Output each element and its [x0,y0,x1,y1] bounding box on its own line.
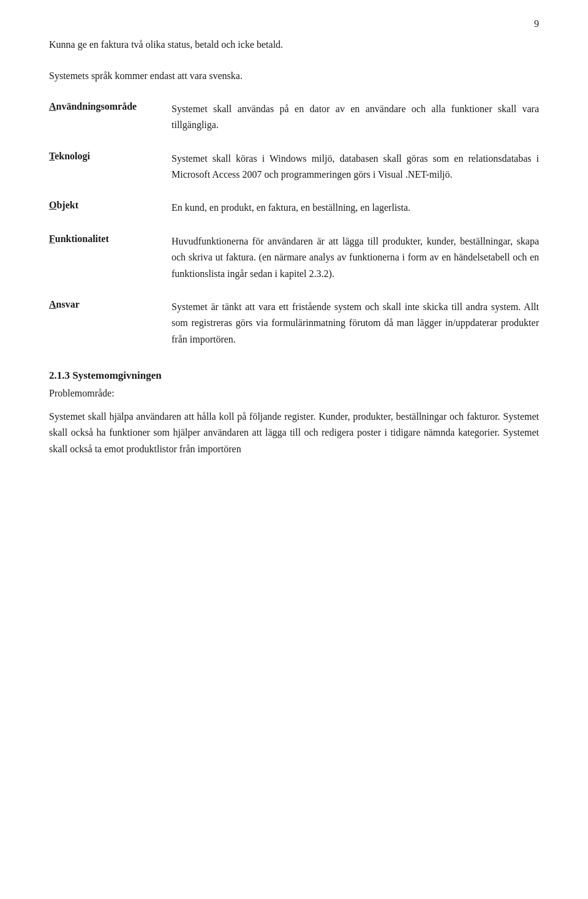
bottom-paragraph-1: Systemet skall hjälpa användaren att hål… [49,409,539,457]
section-label-funktionalitet: Funktionalitet [49,233,172,282]
section-label-objekt: Objekt [49,200,172,216]
page: 9 Kunna ge en faktura två olika status, … [0,0,588,899]
label-rest: nvändningsområde [56,101,137,112]
label-first-letter: A [49,101,56,112]
section-anvandningsomrade: Användningsområde Systemet skall använda… [49,101,539,134]
problem-label: Problemområde: [49,388,539,399]
label-first-letter: F [49,233,55,244]
page-number: 9 [534,18,539,29]
label-rest: eknologi [55,151,90,161]
label-first-letter: A [49,299,56,309]
section-label-ansvar: Ansvar [49,299,172,347]
section-label-teknologi: Teknologi [49,151,172,183]
section-funktionalitet: Funktionalitet Huvudfunktionerna för anv… [49,233,539,282]
section-text-funktionalitet: Huvudfunktionerna för användaren är att … [172,233,539,282]
section-text-objekt: En kund, en produkt, en faktura, en best… [172,200,539,216]
section-text-teknologi: Systemet skall köras i Windows miljö, da… [172,151,539,183]
section-objekt: Objekt En kund, en produkt, en faktura, … [49,200,539,216]
section-ansvar: Ansvar Systemet är tänkt att vara ett fr… [49,299,539,347]
label-rest: bjekt [56,200,78,210]
intro-line-2: Systemets språk kommer endast att vara s… [49,68,539,84]
section-text-ansvar: Systemet är tänkt att vara ett friståend… [172,299,539,347]
section-text-anvandningsomrade: Systemet skall användas på en dator av e… [172,101,539,134]
intro-block: Kunna ge en faktura två olika status, be… [49,37,539,84]
label-first-letter: O [49,200,56,210]
intro-line-1: Kunna ge en faktura två olika status, be… [49,37,539,53]
label-first-letter: T [49,151,55,161]
subsection-heading: 2.1.3 Systemomgivningen [49,370,539,382]
label-rest: nsvar [56,299,80,309]
label-rest: unktionalitet [55,233,109,244]
section-label-anvandningsomrade: Användningsområde [49,101,172,134]
section-teknologi: Teknologi Systemet skall köras i Windows… [49,151,539,183]
